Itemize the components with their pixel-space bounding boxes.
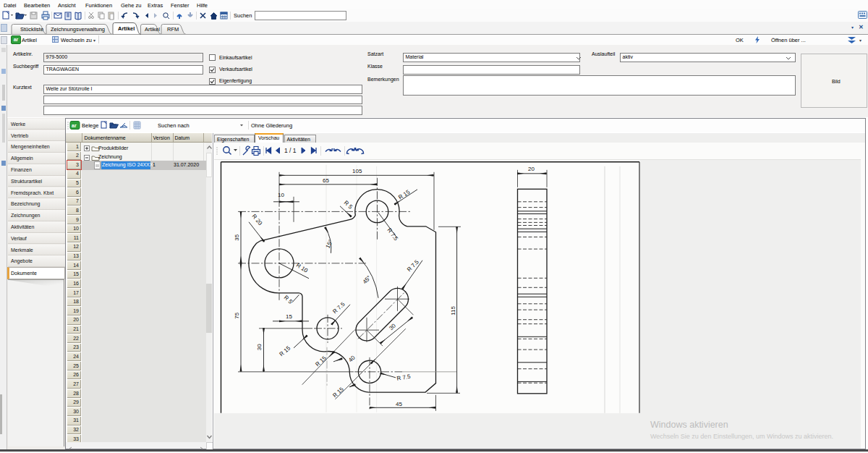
svg-text:Ohne Gliederung: Ohne Gliederung [251,122,292,129]
svg-text:45°: 45° [362,274,373,285]
svg-text:R 15: R 15 [397,189,412,201]
svg-text:115: 115 [450,306,456,316]
svg-text:R 20: R 20 [250,213,263,226]
svg-text:R 7.5: R 7.5 [386,227,399,242]
svg-text:75: 75 [234,313,240,319]
svg-text:R 15: R 15 [331,386,345,399]
svg-text:R 15: R 15 [314,355,328,368]
svg-text:45: 45 [396,401,402,407]
svg-text:105: 105 [352,168,362,174]
svg-text:Stückliste: Stückliste [20,26,43,33]
svg-text:10: 10 [278,192,284,198]
svg-text:15: 15 [286,313,292,320]
svg-text:R 7.5: R 7.5 [406,258,420,273]
svg-text:Suchen nach: Suchen nach [158,122,190,129]
svg-text:20: 20 [528,166,535,172]
svg-text:R 7.5: R 7.5 [331,301,346,316]
svg-text:30: 30 [388,322,397,331]
svg-text:65: 65 [323,177,329,184]
svg-text:R 15: R 15 [278,344,292,357]
svg-text:30: 30 [256,344,263,350]
svg-text:R 5: R 5 [283,295,294,305]
svg-text:40: 40 [347,354,357,363]
svg-text:Belege: Belege [82,122,98,129]
svg-text:ar: ar [72,123,77,128]
svg-text:Artikel: Artikel [118,25,135,32]
svg-text:R 7.5: R 7.5 [396,373,412,382]
svg-text:Zeichnungsverwaltung: Zeichnungsverwaltung [51,26,105,33]
svg-text:35: 35 [234,234,240,241]
svg-text:R 5: R 5 [343,200,354,211]
svg-text:Artikel: Artikel [145,26,160,33]
svg-text:RFM: RFM [167,26,179,33]
